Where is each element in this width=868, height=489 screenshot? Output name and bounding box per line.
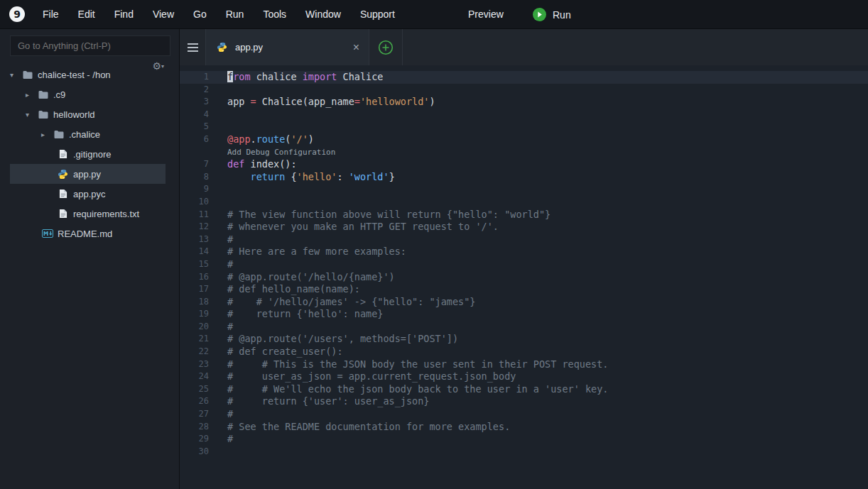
menu-items: FileEditFindViewGoRunToolsWindowSupport xyxy=(43,9,414,20)
line-number: 15 xyxy=(180,258,219,271)
tree-item-app-py[interactable]: app.py xyxy=(10,164,166,184)
code-line-22[interactable]: 22# def create_user(): xyxy=(180,346,868,358)
menu-find[interactable]: Find xyxy=(114,9,134,20)
goto-anything-input[interactable] xyxy=(10,35,170,56)
gear-icon[interactable]: ⚙▾ xyxy=(152,60,164,72)
code-line-14[interactable]: 14# Here are a few more examples: xyxy=(180,246,868,258)
menu-go[interactable]: Go xyxy=(193,9,207,20)
tree-item-requirements-txt[interactable]: requirements.txt xyxy=(10,204,166,224)
code-line-11[interactable]: 11# The view function above will return … xyxy=(180,209,868,221)
code-line-29[interactable]: 29# xyxy=(180,433,868,446)
code-line-content: # user_as_json = app.current_request.jso… xyxy=(227,370,516,383)
chevron-down-icon[interactable]: ▾ xyxy=(10,71,21,79)
line-number: 9 xyxy=(180,183,219,196)
gutter-spacer xyxy=(180,146,219,159)
code-line-28[interactable]: 28# See the README documentation for mor… xyxy=(180,421,868,434)
code-line-13[interactable]: 13# xyxy=(180,233,868,246)
play-circle-icon xyxy=(533,8,546,21)
code-line-7[interactable]: 7def index(): xyxy=(180,158,868,171)
run-button[interactable]: Run xyxy=(533,0,571,29)
tree-item-gitignore[interactable]: .gitignore xyxy=(10,144,166,164)
code-line-30[interactable]: 30 xyxy=(180,446,868,458)
cloud9-logo-icon[interactable]: 9 xyxy=(9,6,26,23)
tree-item-helloworld[interactable]: ▾helloworld xyxy=(10,104,166,124)
line-number: 30 xyxy=(180,446,219,458)
code-line-content: from chalice import Chalice xyxy=(227,71,384,84)
code-line-4[interactable]: 4 xyxy=(180,109,868,121)
code-line-25[interactable]: 25# # We'll echo the json body back to t… xyxy=(180,383,868,396)
tree-item-chalice[interactable]: ▸.chalice xyxy=(10,124,166,144)
new-tab-button[interactable] xyxy=(369,29,403,65)
code-line-17[interactable]: 17# def hello_name(name): xyxy=(180,283,868,296)
code-line-content: # xyxy=(227,408,233,421)
code-line-2[interactable]: 2 xyxy=(180,84,868,97)
menu-window[interactable]: Window xyxy=(305,9,341,20)
code-line-content: # def hello_name(name): xyxy=(227,283,360,296)
code-line-15[interactable]: 15# xyxy=(180,258,868,271)
chevron-right-icon[interactable]: ▸ xyxy=(41,131,52,138)
code-line-20[interactable]: 20# xyxy=(180,321,868,334)
code-line-26[interactable]: 26# return {'user': user_as_json} xyxy=(180,395,868,408)
code-line-5[interactable]: 5 xyxy=(180,121,868,133)
code-line-16[interactable]: 16# @app.route('/hello/{name}') xyxy=(180,271,868,284)
folder-icon xyxy=(52,130,65,139)
code-line-8[interactable]: 8 return {'hello': 'world'} xyxy=(180,171,868,184)
tree-item-c9[interactable]: ▸.c9 xyxy=(10,84,166,104)
cloud9-ide: 9 FileEditFindViewGoRunToolsWindowSuppor… xyxy=(0,0,868,489)
menu-support[interactable]: Support xyxy=(360,9,395,20)
chevron-down-icon[interactable]: ▾ xyxy=(26,111,36,119)
file-tree: ▾chalice-test - /hon⚙▾▸.c9▾helloworld▸.c… xyxy=(10,65,166,243)
line-number: 4 xyxy=(180,109,219,121)
code-line-content: # See the README documentation for more … xyxy=(227,421,510,434)
tab-list-button[interactable] xyxy=(180,29,206,65)
code-line-content: # @app.route('/users', methods=['POST']) xyxy=(227,333,458,346)
tab-app-py[interactable]: app.py × xyxy=(206,29,369,65)
line-number: 10 xyxy=(180,196,219,209)
code-line-content: # Here are a few more examples: xyxy=(227,246,406,258)
code-line-10[interactable]: 10 xyxy=(180,196,868,209)
menu-edit[interactable]: Edit xyxy=(78,9,95,20)
tab-close-icon[interactable]: × xyxy=(353,42,359,53)
tree-item-readme-md[interactable]: README.md xyxy=(10,224,166,243)
line-number: 17 xyxy=(180,283,219,296)
code-line-24[interactable]: 24# user_as_json = app.current_request.j… xyxy=(180,370,868,383)
code-editor[interactable]: 1from chalice import Chalice23app = Chal… xyxy=(180,65,868,489)
folder-icon xyxy=(36,110,50,119)
code-line-21[interactable]: 21# @app.route('/users', methods=['POST'… xyxy=(180,333,868,346)
line-number: 29 xyxy=(180,433,219,446)
code-line-content: return {'hello': 'world'} xyxy=(227,171,395,184)
line-number: 11 xyxy=(180,209,219,221)
code-line-27[interactable]: 27# xyxy=(180,408,868,421)
tab-bar: app.py × xyxy=(180,29,868,65)
tree-item-label: README.md xyxy=(58,229,112,239)
line-number: 18 xyxy=(180,296,219,309)
code-line-18[interactable]: 18# # '/hello/james' -> {"hello": "james… xyxy=(180,296,868,309)
chevron-right-icon[interactable]: ▸ xyxy=(26,91,36,99)
tree-item-label: app.pyc xyxy=(73,189,106,199)
code-line-1[interactable]: 1from chalice import Chalice xyxy=(180,71,868,84)
line-number: 12 xyxy=(180,221,219,233)
menu-tools[interactable]: Tools xyxy=(263,9,286,20)
preview-button[interactable]: Preview xyxy=(468,0,504,29)
line-number: 26 xyxy=(180,395,219,408)
code-line-19[interactable]: 19# return {'hello': name} xyxy=(180,308,868,321)
menu-file[interactable]: File xyxy=(43,9,59,20)
code-line-12[interactable]: 12# whenever you make an HTTP GET reques… xyxy=(180,221,868,233)
tree-item-label: .gitignore xyxy=(73,149,111,160)
menu-run[interactable]: Run xyxy=(226,9,244,20)
code-line-6[interactable]: 6@app.route('/') xyxy=(180,133,868,146)
menu-view[interactable]: View xyxy=(153,9,174,20)
debug-config-widget[interactable]: Add Debug Configuration xyxy=(180,146,868,159)
tree-item-chalice-test-hon[interactable]: ▾chalice-test - /hon⚙▾ xyxy=(10,65,166,84)
tab-label: app.py xyxy=(235,42,263,53)
line-number: 13 xyxy=(180,233,219,246)
python-icon xyxy=(215,42,229,53)
code-line-content: # @app.route('/hello/{name}') xyxy=(227,271,395,284)
code-line-3[interactable]: 3app = Chalice(app_name='helloworld') xyxy=(180,96,868,109)
tree-item-app-pyc[interactable]: app.pyc xyxy=(10,184,166,204)
code-line-content: @app.route('/') xyxy=(227,133,314,146)
code-line-23[interactable]: 23# # This is the JSON body the user sen… xyxy=(180,358,868,371)
folder-icon xyxy=(21,70,34,79)
code-line-9[interactable]: 9 xyxy=(180,183,868,196)
code-line-content: app = Chalice(app_name='helloworld') xyxy=(227,96,435,109)
